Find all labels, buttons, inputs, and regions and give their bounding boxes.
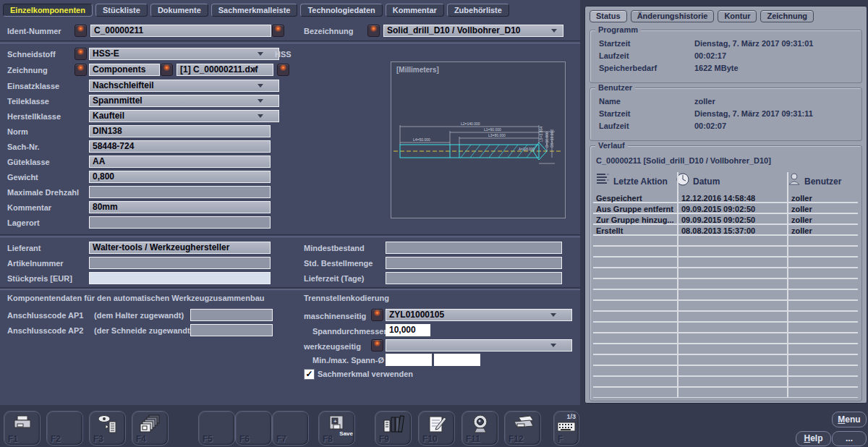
f7-button[interactable]: F7 — [272, 411, 309, 446]
mindestbestand-field[interactable] — [386, 242, 562, 254]
ap2-field[interactable] — [190, 324, 273, 336]
separator — [0, 287, 580, 290]
tab-status[interactable]: Status — [590, 10, 627, 22]
kommentar-field[interactable]: 80mm — [89, 201, 271, 213]
main-panel: Einzelkomponenten Stückliste Dokumente S… — [0, 0, 580, 405]
laufzeit-value: 00:02:17 — [694, 51, 726, 60]
benutzer-groupbox: Benutzer Name zoller Startzeit Dienstag,… — [590, 88, 862, 141]
printer-icon — [12, 414, 33, 436]
col-letzte-aktion: Letzte Aktion — [613, 176, 668, 187]
more-button[interactable]: ... — [832, 431, 867, 446]
svg-text:L5=3.804: L5=3.804 — [539, 127, 543, 142]
chevron-down-icon — [258, 114, 263, 118]
zeichnung-indicator-button-3[interactable] — [277, 64, 289, 76]
drill-drawing: L2=140.000 L1=90.000 L3=80.000 L4=50.000… — [391, 62, 565, 218]
max-drehzahl-field[interactable] — [89, 186, 271, 198]
gewicht-field[interactable]: 0,800 — [89, 171, 271, 183]
herstellklasse-label: Herstellklasse — [7, 112, 61, 121]
ident-indicator-button[interactable] — [75, 25, 87, 37]
maschinenseitig-dropdown[interactable]: ZYL01000105 — [386, 309, 572, 321]
col-datum: Datum — [693, 176, 720, 187]
speicherbedarf-label: Speicherbedarf — [599, 64, 657, 72]
programm-title: Programm — [595, 25, 641, 34]
help-button[interactable]: Help — [796, 431, 831, 446]
speicherbedarf-value: 1622 MByte — [694, 64, 739, 72]
lieferzeit-label: Lieferzeit (Tage) — [304, 274, 365, 283]
ident-indicator-button-2[interactable] — [272, 25, 284, 37]
schneidstoff-indicator-button[interactable] — [75, 48, 87, 60]
benutzer-title: Benutzer — [595, 83, 635, 92]
zeichnung-file-dropdown[interactable]: [1] C_00000211.dxf — [176, 64, 273, 76]
tab-technologiedaten[interactable]: Technologiedaten — [300, 4, 382, 17]
bezeichnung-indicator-button[interactable] — [367, 25, 380, 37]
list-icon — [596, 172, 610, 190]
tab-zubehoerliste[interactable]: Zubehörliste — [447, 4, 509, 17]
tab-kommentar[interactable]: Kommentar — [386, 4, 444, 17]
f12-print-button[interactable]: F12 — [504, 411, 541, 446]
f8-save-button[interactable]: + Save F8 — [318, 411, 355, 446]
f10-edit-button[interactable]: F10 — [418, 411, 455, 446]
werkzeugseitig-dropdown[interactable] — [386, 339, 572, 352]
programm-groupbox: Programm Startzeit Dienstag, 7. März 201… — [590, 30, 862, 83]
teileklasse-dropdown[interactable]: Spannmittel — [89, 95, 279, 107]
tab-dokumente[interactable]: Dokumente — [150, 4, 208, 17]
tab-zeichnung[interactable]: Zeichnung — [760, 10, 814, 22]
tab-stueckliste[interactable]: Stückliste — [95, 4, 148, 17]
ap1-hint: (dem Halter zugewandt) — [94, 311, 184, 320]
ident-nummer-field[interactable]: C_00000211 — [90, 25, 271, 37]
f1-print-button[interactable]: F1 — [4, 411, 41, 446]
tab-aenderungshistorie[interactable]: Änderungshistorie — [631, 10, 715, 22]
bezeichnung-label: Bezeichnung — [304, 27, 353, 35]
f11-camera-button[interactable]: F11 — [461, 411, 498, 446]
stueckpreis-field[interactable] — [89, 272, 271, 284]
tab-einzelkomponenten[interactable]: Einzelkomponenten — [3, 4, 93, 17]
zeichnung-indicator-button-2[interactable] — [161, 64, 173, 76]
norm-field[interactable]: DIN138 — [89, 125, 271, 137]
verlauf-subject: C_00000211 [Solid_drill_D10 / Vollbohrer… — [596, 156, 771, 165]
max-drehzahl-label: Maximale Drehzahl — [7, 188, 79, 197]
lieferant-field[interactable]: Walter-tools / Werkzeughersteller — [89, 242, 271, 254]
sach-nr-field[interactable]: 58448-724 — [89, 140, 271, 153]
f6-button[interactable]: F6 — [235, 411, 272, 446]
einsatzklasse-dropdown[interactable]: Nachschleifteil — [89, 80, 279, 92]
bezeichnung-dropdown[interactable]: Solid_drill_D10 / Vollbohrer_D10 — [383, 25, 563, 37]
f3-view-button[interactable]: F3 — [89, 411, 126, 446]
min-spann-input[interactable] — [386, 354, 432, 366]
chevron-down-icon — [258, 52, 263, 56]
f5-button[interactable]: F5 — [198, 411, 235, 446]
artikelnummer-field[interactable] — [89, 257, 271, 269]
tab-kontur[interactable]: Kontur — [718, 10, 757, 22]
spanndurchmesser-input[interactable]: 10,000 — [386, 324, 430, 336]
maschinenseitig-label: maschinenseitig — [304, 312, 366, 320]
benutzer-startzeit-label: Startzeit — [599, 109, 630, 118]
einsatzklasse-label: Einsatzklasse — [7, 82, 59, 90]
f9-catalog-button[interactable]: F9 — [375, 411, 412, 446]
zeichnung-indicator-button[interactable] — [75, 64, 87, 76]
ap2-hint: (der Schneide zugewandt) — [94, 326, 192, 335]
sachmerkmal-checkbox[interactable] — [304, 369, 315, 380]
gueteklasse-field[interactable]: AA — [89, 156, 271, 168]
benutzer-laufzeit-value: 00:02:07 — [694, 122, 726, 130]
laufzeit-label: Laufzeit — [599, 51, 629, 60]
svg-text:DS=10.000: DS=10.000 — [550, 129, 554, 148]
schneidstoff-label: Schneidstoff — [7, 50, 56, 59]
herstellklasse-dropdown[interactable]: Kaufteil — [89, 110, 279, 122]
chevron-down-icon — [258, 84, 263, 88]
f2-button[interactable]: F2 — [46, 411, 83, 446]
f-page-button[interactable]: 1/3 F — [553, 411, 579, 446]
max-spann-input[interactable] — [434, 354, 480, 366]
zeichnung-field[interactable]: Components — [89, 64, 160, 76]
tab-sachmerkmalleiste[interactable]: Sachmerkmalleiste — [211, 4, 298, 17]
application-window: Einzelkomponenten Stückliste Dokumente S… — [0, 0, 868, 447]
schneidstoff-dropdown[interactable]: HSS-E — [89, 48, 279, 60]
ap1-field[interactable] — [190, 309, 273, 321]
lieferzeit-field[interactable] — [386, 272, 562, 284]
f4-stack-button[interactable]: F4 — [132, 411, 169, 446]
werkzeugseitig-indicator-button[interactable] — [371, 339, 383, 352]
maschinenseitig-indicator-button[interactable] — [371, 309, 383, 321]
lagerort-field[interactable] — [89, 216, 271, 229]
std-bestellmenge-field[interactable] — [386, 257, 562, 269]
menu-button[interactable]: Menu — [832, 412, 867, 427]
spanndurchmesser-label: Spanndurchmesser — [312, 327, 387, 336]
benutzer-startzeit-value: Dienstag, 7. März 2017 09:31:11 — [694, 109, 813, 118]
